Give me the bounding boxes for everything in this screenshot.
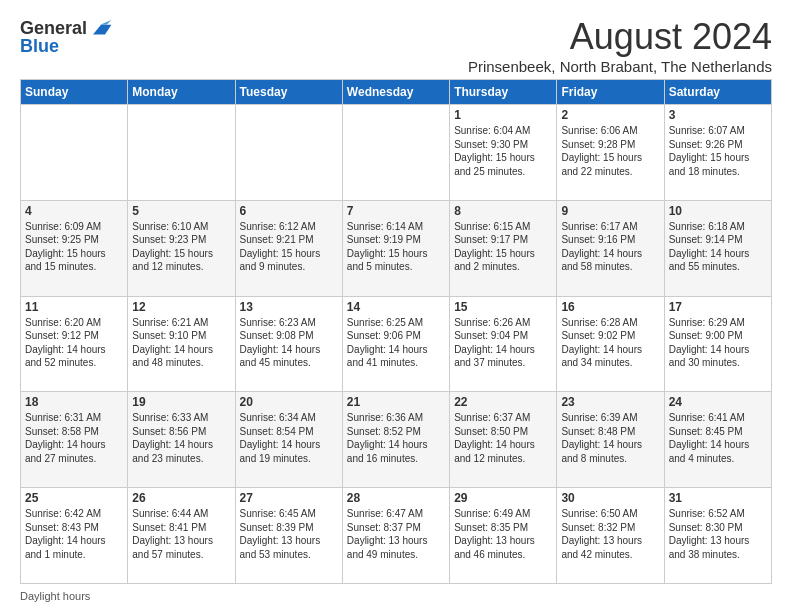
logo-blue: Blue [20, 36, 59, 57]
day-number: 20 [240, 395, 338, 409]
day-number: 21 [347, 395, 445, 409]
calendar-cell [128, 105, 235, 201]
subtitle: Prinsenbeek, North Brabant, The Netherla… [468, 58, 772, 75]
day-info: Sunrise: 6:52 AMSunset: 8:30 PMDaylight:… [669, 507, 767, 561]
calendar-cell: 27Sunrise: 6:45 AMSunset: 8:39 PMDayligh… [235, 488, 342, 584]
day-number: 31 [669, 491, 767, 505]
main-title: August 2024 [468, 16, 772, 58]
day-number: 26 [132, 491, 230, 505]
day-info: Sunrise: 6:25 AMSunset: 9:06 PMDaylight:… [347, 316, 445, 370]
column-header-thursday: Thursday [450, 80, 557, 105]
footer: Daylight hours [20, 590, 772, 602]
calendar-cell: 25Sunrise: 6:42 AMSunset: 8:43 PMDayligh… [21, 488, 128, 584]
calendar-cell: 7Sunrise: 6:14 AMSunset: 9:19 PMDaylight… [342, 200, 449, 296]
day-number: 9 [561, 204, 659, 218]
calendar-cell: 19Sunrise: 6:33 AMSunset: 8:56 PMDayligh… [128, 392, 235, 488]
calendar-cell: 3Sunrise: 6:07 AMSunset: 9:26 PMDaylight… [664, 105, 771, 201]
day-number: 17 [669, 300, 767, 314]
day-number: 12 [132, 300, 230, 314]
header: General Blue August 2024 Prinsenbeek, No… [20, 16, 772, 75]
day-info: Sunrise: 6:34 AMSunset: 8:54 PMDaylight:… [240, 411, 338, 465]
day-number: 11 [25, 300, 123, 314]
column-header-tuesday: Tuesday [235, 80, 342, 105]
page: General Blue August 2024 Prinsenbeek, No… [0, 0, 792, 612]
day-info: Sunrise: 6:42 AMSunset: 8:43 PMDaylight:… [25, 507, 123, 561]
calendar: SundayMondayTuesdayWednesdayThursdayFrid… [20, 79, 772, 584]
svg-marker-1 [100, 20, 111, 25]
calendar-cell: 29Sunrise: 6:49 AMSunset: 8:35 PMDayligh… [450, 488, 557, 584]
calendar-cell: 2Sunrise: 6:06 AMSunset: 9:28 PMDaylight… [557, 105, 664, 201]
day-info: Sunrise: 6:04 AMSunset: 9:30 PMDaylight:… [454, 124, 552, 178]
day-info: Sunrise: 6:12 AMSunset: 9:21 PMDaylight:… [240, 220, 338, 274]
day-info: Sunrise: 6:06 AMSunset: 9:28 PMDaylight:… [561, 124, 659, 178]
calendar-cell: 24Sunrise: 6:41 AMSunset: 8:45 PMDayligh… [664, 392, 771, 488]
calendar-cell: 28Sunrise: 6:47 AMSunset: 8:37 PMDayligh… [342, 488, 449, 584]
calendar-cell [235, 105, 342, 201]
calendar-cell: 12Sunrise: 6:21 AMSunset: 9:10 PMDayligh… [128, 296, 235, 392]
day-info: Sunrise: 6:49 AMSunset: 8:35 PMDaylight:… [454, 507, 552, 561]
day-number: 5 [132, 204, 230, 218]
calendar-cell: 8Sunrise: 6:15 AMSunset: 9:17 PMDaylight… [450, 200, 557, 296]
column-header-monday: Monday [128, 80, 235, 105]
day-info: Sunrise: 6:20 AMSunset: 9:12 PMDaylight:… [25, 316, 123, 370]
calendar-week-2: 11Sunrise: 6:20 AMSunset: 9:12 PMDayligh… [21, 296, 772, 392]
day-number: 1 [454, 108, 552, 122]
calendar-cell: 13Sunrise: 6:23 AMSunset: 9:08 PMDayligh… [235, 296, 342, 392]
day-info: Sunrise: 6:14 AMSunset: 9:19 PMDaylight:… [347, 220, 445, 274]
day-info: Sunrise: 6:17 AMSunset: 9:16 PMDaylight:… [561, 220, 659, 274]
calendar-cell: 5Sunrise: 6:10 AMSunset: 9:23 PMDaylight… [128, 200, 235, 296]
calendar-cell [342, 105, 449, 201]
calendar-cell: 10Sunrise: 6:18 AMSunset: 9:14 PMDayligh… [664, 200, 771, 296]
calendar-cell: 14Sunrise: 6:25 AMSunset: 9:06 PMDayligh… [342, 296, 449, 392]
calendar-cell: 26Sunrise: 6:44 AMSunset: 8:41 PMDayligh… [128, 488, 235, 584]
day-number: 30 [561, 491, 659, 505]
calendar-cell: 6Sunrise: 6:12 AMSunset: 9:21 PMDaylight… [235, 200, 342, 296]
day-info: Sunrise: 6:26 AMSunset: 9:04 PMDaylight:… [454, 316, 552, 370]
calendar-cell: 9Sunrise: 6:17 AMSunset: 9:16 PMDaylight… [557, 200, 664, 296]
calendar-cell [21, 105, 128, 201]
calendar-cell: 18Sunrise: 6:31 AMSunset: 8:58 PMDayligh… [21, 392, 128, 488]
day-number: 6 [240, 204, 338, 218]
day-number: 4 [25, 204, 123, 218]
day-number: 16 [561, 300, 659, 314]
calendar-cell: 20Sunrise: 6:34 AMSunset: 8:54 PMDayligh… [235, 392, 342, 488]
day-info: Sunrise: 6:33 AMSunset: 8:56 PMDaylight:… [132, 411, 230, 465]
calendar-week-0: 1Sunrise: 6:04 AMSunset: 9:30 PMDaylight… [21, 105, 772, 201]
calendar-week-4: 25Sunrise: 6:42 AMSunset: 8:43 PMDayligh… [21, 488, 772, 584]
day-info: Sunrise: 6:37 AMSunset: 8:50 PMDaylight:… [454, 411, 552, 465]
calendar-cell: 22Sunrise: 6:37 AMSunset: 8:50 PMDayligh… [450, 392, 557, 488]
day-info: Sunrise: 6:47 AMSunset: 8:37 PMDaylight:… [347, 507, 445, 561]
logo: General Blue [20, 16, 113, 57]
day-number: 2 [561, 108, 659, 122]
day-info: Sunrise: 6:15 AMSunset: 9:17 PMDaylight:… [454, 220, 552, 274]
day-number: 24 [669, 395, 767, 409]
calendar-cell: 21Sunrise: 6:36 AMSunset: 8:52 PMDayligh… [342, 392, 449, 488]
calendar-cell: 16Sunrise: 6:28 AMSunset: 9:02 PMDayligh… [557, 296, 664, 392]
day-info: Sunrise: 6:41 AMSunset: 8:45 PMDaylight:… [669, 411, 767, 465]
day-number: 13 [240, 300, 338, 314]
logo-icon [89, 16, 113, 40]
day-info: Sunrise: 6:45 AMSunset: 8:39 PMDaylight:… [240, 507, 338, 561]
footer-label: Daylight hours [20, 590, 90, 602]
day-info: Sunrise: 6:23 AMSunset: 9:08 PMDaylight:… [240, 316, 338, 370]
day-number: 8 [454, 204, 552, 218]
day-info: Sunrise: 6:09 AMSunset: 9:25 PMDaylight:… [25, 220, 123, 274]
calendar-cell: 15Sunrise: 6:26 AMSunset: 9:04 PMDayligh… [450, 296, 557, 392]
column-header-saturday: Saturday [664, 80, 771, 105]
day-info: Sunrise: 6:28 AMSunset: 9:02 PMDaylight:… [561, 316, 659, 370]
calendar-header-row: SundayMondayTuesdayWednesdayThursdayFrid… [21, 80, 772, 105]
day-info: Sunrise: 6:36 AMSunset: 8:52 PMDaylight:… [347, 411, 445, 465]
day-number: 14 [347, 300, 445, 314]
column-header-wednesday: Wednesday [342, 80, 449, 105]
calendar-week-3: 18Sunrise: 6:31 AMSunset: 8:58 PMDayligh… [21, 392, 772, 488]
day-number: 15 [454, 300, 552, 314]
day-number: 7 [347, 204, 445, 218]
calendar-cell: 1Sunrise: 6:04 AMSunset: 9:30 PMDaylight… [450, 105, 557, 201]
day-info: Sunrise: 6:44 AMSunset: 8:41 PMDaylight:… [132, 507, 230, 561]
calendar-cell: 11Sunrise: 6:20 AMSunset: 9:12 PMDayligh… [21, 296, 128, 392]
calendar-cell: 23Sunrise: 6:39 AMSunset: 8:48 PMDayligh… [557, 392, 664, 488]
calendar-cell: 30Sunrise: 6:50 AMSunset: 8:32 PMDayligh… [557, 488, 664, 584]
column-header-friday: Friday [557, 80, 664, 105]
day-number: 25 [25, 491, 123, 505]
column-header-sunday: Sunday [21, 80, 128, 105]
